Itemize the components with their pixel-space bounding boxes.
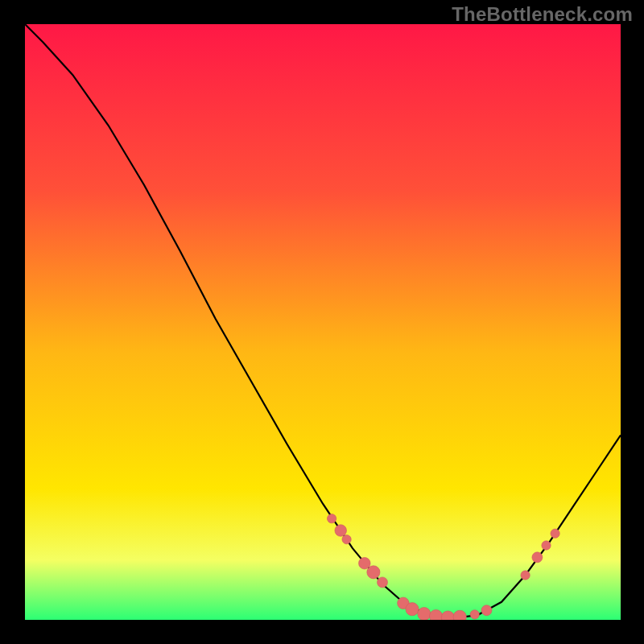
plot-svg [25,24,621,620]
curve-marker [367,566,380,579]
curve-marker [335,525,347,537]
curve-marker [359,557,371,569]
watermark-text: TheBottleneck.com [452,3,633,26]
curve-marker [551,529,559,538]
chart-frame: TheBottleneck.com [0,0,644,644]
curve-marker [470,610,479,619]
curve-marker [406,603,419,616]
gradient-background [25,24,621,620]
plot-area [25,24,621,620]
curve-marker [521,571,530,580]
curve-marker [481,605,492,616]
curve-marker [532,552,543,563]
curve-marker [418,607,431,620]
curve-marker [378,577,388,588]
curve-marker [342,535,351,543]
curve-marker [327,514,336,523]
curve-marker [542,541,551,550]
